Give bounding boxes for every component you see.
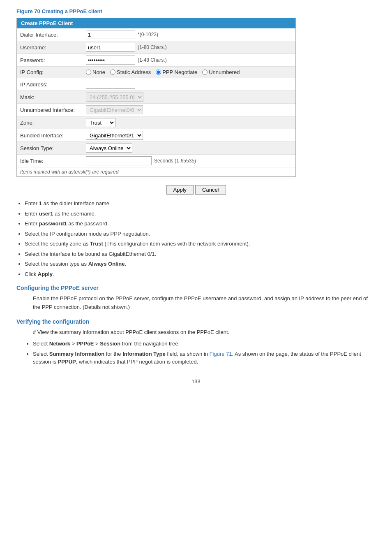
bundled-interface-select[interactable]: GigabitEthernet0/1 GigabitEthernet0/0 <box>86 131 143 140</box>
list-item: Select the IP configuration mode as PPP … <box>25 230 376 238</box>
dialer-interface-hint: *(0-1023) <box>138 32 158 37</box>
mask-row: Mask: 24 (255.255.255.0) <box>17 91 295 104</box>
apply-button[interactable]: Apply <box>166 185 194 195</box>
zone-value: Trust Untrust DMZ <box>86 118 292 127</box>
radio-unnumbered-input[interactable] <box>202 70 208 75</box>
configuring-server-heading: Configuring the PPPoE server <box>16 285 376 291</box>
session-type-select[interactable]: Always Online On Demand Manual <box>86 144 132 153</box>
bundled-interface-value: GigabitEthernet0/1 GigabitEthernet0/0 <box>86 131 292 140</box>
form-header: Create PPPoE Client <box>17 18 295 28</box>
footer-note: Items marked with an asterisk(*) are req… <box>17 167 295 176</box>
verifying-intro: # View the summary information about PPP… <box>33 328 376 366</box>
list-item: Select the interface to be bound as Giga… <box>25 250 376 258</box>
unnumbered-interface-label: Unnumbered Interface: <box>20 107 86 113</box>
session-type-label: Session Type: <box>20 145 86 151</box>
password-row: Password: (1-48 Chars.) <box>17 54 295 67</box>
list-item: Enter 1 as the dialer interface name. <box>25 199 376 208</box>
dialer-interface-label: Dialer Interface: <box>20 32 86 38</box>
ip-address-label: IP Address: <box>20 81 86 88</box>
password-label: Password: <box>20 57 86 63</box>
zone-label: Zone: <box>20 120 86 126</box>
username-row: Username: (1-80 Chars.) <box>17 41 295 54</box>
username-label: Username: <box>20 44 86 51</box>
unnumbered-interface-value: GigabitEthernet0/0 <box>86 105 292 114</box>
password-input[interactable] <box>86 56 135 65</box>
verifying-list: Select Network > PPPoE > Session from th… <box>33 340 376 366</box>
mask-select[interactable]: 24 (255.255.255.0) <box>86 93 143 102</box>
figure-title: Figure 70 Creating a PPPoE client <box>16 8 376 14</box>
mask-value: 24 (255.255.255.0) <box>86 93 292 102</box>
list-item: Enter password1 as the password. <box>25 220 376 228</box>
idle-time-row: Idle Time: Seconds (1-65535) <box>17 155 295 167</box>
radio-static[interactable]: Static Address <box>110 69 151 75</box>
radio-ppp-negotiate[interactable]: PPP Negotiate <box>156 69 197 75</box>
username-value: (1-80 Chars.) <box>86 43 292 52</box>
verifying-intro-text: # View the summary information about PPP… <box>33 328 376 337</box>
idle-time-label: Idle Time: <box>20 158 86 164</box>
unnumbered-interface-row: Unnumbered Interface: GigabitEthernet0/0 <box>17 104 295 116</box>
ip-config-radios: None Static Address PPP Negotiate Unnumb… <box>86 69 292 75</box>
zone-select[interactable]: Trust Untrust DMZ <box>86 118 115 127</box>
session-type-row: Session Type: Always Online On Demand Ma… <box>17 142 295 155</box>
list-item: Click Apply. <box>25 270 376 278</box>
cancel-button[interactable]: Cancel <box>195 185 226 195</box>
dialer-interface-value: *(0-1023) <box>86 30 292 39</box>
ip-address-value <box>86 80 292 89</box>
list-item: Enter user1 as the username. <box>25 210 376 218</box>
instruction-list: Enter 1 as the dialer interface name. En… <box>25 199 376 278</box>
idle-time-hint: Seconds (1-65535) <box>154 158 196 164</box>
radio-unnumbered[interactable]: Unnumbered <box>202 69 240 75</box>
list-item: Select the security zone as Trust (This … <box>25 240 376 248</box>
ip-config-label: IP Config: <box>20 69 86 75</box>
bundled-interface-row: Bundled Interface: GigabitEthernet0/1 Gi… <box>17 129 295 142</box>
page-number: 133 <box>16 378 376 385</box>
verifying-list-item: Select Network > PPPoE > Session from th… <box>33 340 376 348</box>
dialer-interface-input[interactable] <box>86 30 135 39</box>
radio-static-input[interactable] <box>110 70 115 75</box>
verifying-list-item: Select Summary Information for the Infor… <box>33 350 376 366</box>
dialer-interface-row: Dialer Interface: *(0-1023) <box>17 28 295 41</box>
list-item: Select the session type as Always Online… <box>25 260 376 268</box>
ip-address-input[interactable] <box>86 80 135 89</box>
zone-row: Zone: Trust Untrust DMZ <box>17 116 295 129</box>
ip-config-row: IP Config: None Static Address PPP Negot… <box>17 67 295 78</box>
radio-none[interactable]: None <box>86 69 105 75</box>
form-buttons: Apply Cancel <box>16 185 376 195</box>
radio-ppp-negotiate-input[interactable] <box>156 70 161 75</box>
figure-link[interactable]: Figure 71 <box>210 351 232 357</box>
mask-label: Mask: <box>20 94 86 100</box>
password-hint: (1-48 Chars.) <box>138 57 167 63</box>
bundled-interface-label: Bundled Interface: <box>20 132 86 139</box>
unnumbered-interface-select[interactable]: GigabitEthernet0/0 <box>86 105 143 114</box>
username-hint: (1-80 Chars.) <box>138 44 167 50</box>
configuring-server-body: Enable the PPPoE protocol on the PPPoE s… <box>33 294 376 312</box>
radio-none-input[interactable] <box>86 70 91 75</box>
session-type-value: Always Online On Demand Manual <box>86 144 292 153</box>
username-input[interactable] <box>86 43 135 52</box>
password-value: (1-48 Chars.) <box>86 56 292 65</box>
verifying-heading: Verifying the configuration <box>16 318 376 325</box>
idle-time-input[interactable] <box>86 156 152 165</box>
idle-time-value: Seconds (1-65535) <box>86 156 292 165</box>
create-pppoe-form: Create PPPoE Client Dialer Interface: *(… <box>16 18 296 177</box>
ip-address-row: IP Address: <box>17 78 295 91</box>
